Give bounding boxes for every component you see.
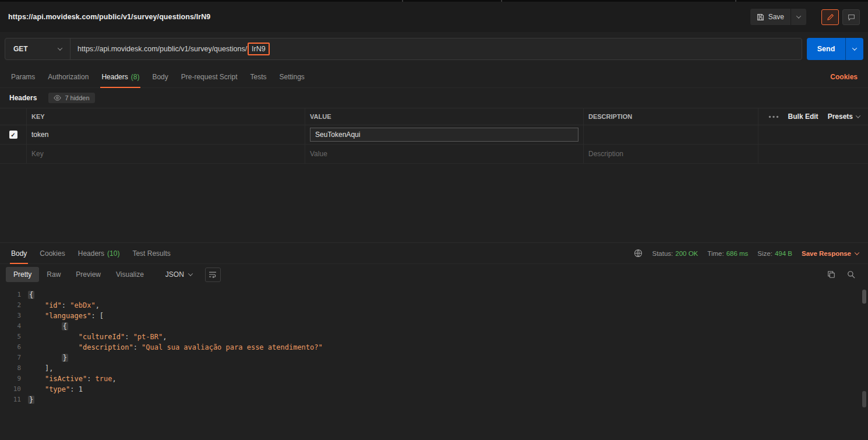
scrollbar[interactable] (862, 288, 866, 437)
scrollbar-thumb[interactable] (862, 391, 866, 407)
header-key-cell[interactable]: token (26, 125, 305, 144)
floppy-icon (757, 13, 764, 21)
url-input[interactable]: https://api.movidesk.com/public/v1/surve… (70, 38, 802, 59)
save-options-button[interactable] (791, 9, 806, 25)
url-text: https://api.movidesk.com/public/v1/surve… (77, 45, 247, 53)
response-panel: Body Cookies Headers (10) Test Results S… (0, 242, 868, 440)
request-url-row: GET https://api.movidesk.com/public/v1/s… (0, 32, 868, 66)
method-label: GET (13, 45, 28, 53)
description-column-header: DESCRIPTION (583, 108, 758, 125)
new-description-input[interactable]: Description (583, 145, 758, 163)
response-tab-test-results[interactable]: Test Results (126, 243, 177, 263)
save-button-label: Save (768, 13, 784, 21)
wrap-text-button[interactable] (205, 267, 221, 282)
header-value-cell[interactable]: SeuTokenAqui (305, 125, 583, 144)
search-icon[interactable] (847, 270, 855, 279)
table-row: token SeuTokenAqui (0, 125, 868, 145)
save-button-group: Save (750, 9, 806, 25)
headers-section-title: Headers (9, 94, 37, 102)
table-controls: Bulk Edit Presets (758, 108, 868, 125)
cookies-link[interactable]: Cookies (830, 73, 863, 81)
more-dots-icon[interactable] (768, 115, 779, 118)
line-number: 4 (0, 321, 28, 332)
response-view-toolbar: Pretty Raw Preview Visualize JSON (0, 264, 868, 285)
code-line: 7 } (0, 353, 868, 363)
response-tabs: Body Cookies Headers (10) Test Results S… (0, 243, 868, 264)
tab-settings[interactable]: Settings (273, 66, 311, 87)
eye-icon (54, 95, 61, 101)
line-number: 3 (0, 311, 28, 321)
copy-icon[interactable] (827, 270, 835, 279)
tab-pre-request-script[interactable]: Pre-request Script (175, 66, 244, 87)
view-tab-preview[interactable]: Preview (68, 267, 108, 282)
value-editor-input[interactable]: SeuTokenAqui (310, 128, 578, 142)
line-number: 2 (0, 300, 28, 311)
response-tab-cookies[interactable]: Cookies (33, 243, 71, 263)
line-number: 7 (0, 353, 28, 363)
save-response-button[interactable]: Save Response (802, 250, 859, 257)
tab-separator (402, 0, 403, 2)
bulk-edit-button[interactable]: Bulk Edit (788, 112, 818, 121)
response-tab-headers[interactable]: Headers (10) (72, 243, 126, 263)
new-value-input[interactable]: Value (305, 145, 583, 163)
empty-area (0, 164, 868, 242)
tab-tests[interactable]: Tests (244, 66, 273, 87)
line-number: 11 (0, 395, 28, 405)
view-tab-visualize[interactable]: Visualize (108, 267, 151, 282)
request-title: https://api.movidesk.com/public/v1/surve… (8, 13, 210, 21)
response-tab-body[interactable]: Body (5, 243, 33, 263)
method-select[interactable]: GET (5, 38, 70, 59)
status-value: 200 OK (675, 250, 698, 257)
new-key-input[interactable]: Key (26, 145, 305, 163)
workspace-tabs-edge (0, 0, 868, 2)
send-button[interactable]: Send (807, 38, 845, 60)
size-badge: Size: 494 B (757, 250, 792, 257)
table-row-new: Key Value Description (0, 145, 868, 164)
scrollbar-thumb[interactable] (862, 290, 866, 304)
presets-dropdown[interactable]: Presets (828, 112, 860, 121)
chevron-down-icon (852, 45, 857, 50)
chevron-down-icon (58, 45, 62, 50)
time-value: 686 ms (726, 250, 749, 257)
comments-button[interactable] (842, 9, 860, 25)
send-button-group: Send (807, 38, 863, 60)
tab-body[interactable]: Body (146, 66, 174, 87)
checkbox-column-header (0, 108, 26, 125)
response-code: 1{2 "id": "ebDx",3 "languages": [4 {5 "c… (0, 290, 868, 405)
code-line: 5 "cultureId": "pt-BR", (0, 332, 868, 342)
code-line: 1{ (0, 290, 868, 300)
line-number: 1 (0, 290, 28, 300)
save-button[interactable]: Save (750, 9, 791, 25)
url-box: GET https://api.movidesk.com/public/v1/s… (5, 38, 802, 60)
code-line: 4 { (0, 321, 868, 332)
response-body-viewer[interactable]: 1{2 "id": "ebDx",3 "languages": [4 {5 "c… (0, 285, 868, 440)
headers-table: KEY VALUE DESCRIPTION Bulk Edit Presets … (0, 108, 868, 164)
view-tab-raw[interactable]: Raw (39, 267, 68, 282)
hidden-headers-label: 7 hidden (65, 94, 89, 101)
hidden-headers-toggle[interactable]: 7 hidden (48, 93, 94, 103)
line-number: 10 (0, 384, 28, 395)
chevron-down-icon (856, 113, 860, 118)
request-tabs: Params Authorization Headers (8) Body Pr… (0, 66, 868, 88)
headers-subheader: Headers 7 hidden (0, 88, 868, 108)
request-header-bar: https://api.movidesk.com/public/v1/surve… (0, 2, 868, 32)
header-description-cell[interactable] (583, 125, 758, 144)
format-dropdown[interactable]: JSON (160, 267, 198, 282)
postman-window: https://api.movidesk.com/public/v1/surve… (0, 0, 868, 440)
line-number: 8 (0, 363, 28, 374)
tab-authorization[interactable]: Authorization (41, 66, 95, 87)
code-line: 2 "id": "ebDx", (0, 300, 868, 311)
globe-icon[interactable] (634, 249, 643, 258)
value-column-header: VALUE (305, 108, 583, 125)
send-options-button[interactable] (845, 38, 863, 60)
view-tab-pretty[interactable]: Pretty (6, 267, 39, 282)
code-line: 3 "languages": [ (0, 311, 868, 321)
line-number: 5 (0, 332, 28, 342)
chevron-down-icon (796, 13, 801, 18)
row-enabled-checkbox[interactable] (9, 131, 17, 139)
tab-headers[interactable]: Headers (8) (95, 66, 146, 87)
edit-request-button[interactable] (821, 9, 839, 25)
tab-params[interactable]: Params (5, 66, 41, 87)
tab-separator (501, 0, 502, 2)
headers-count-badge: (8) (131, 73, 140, 81)
